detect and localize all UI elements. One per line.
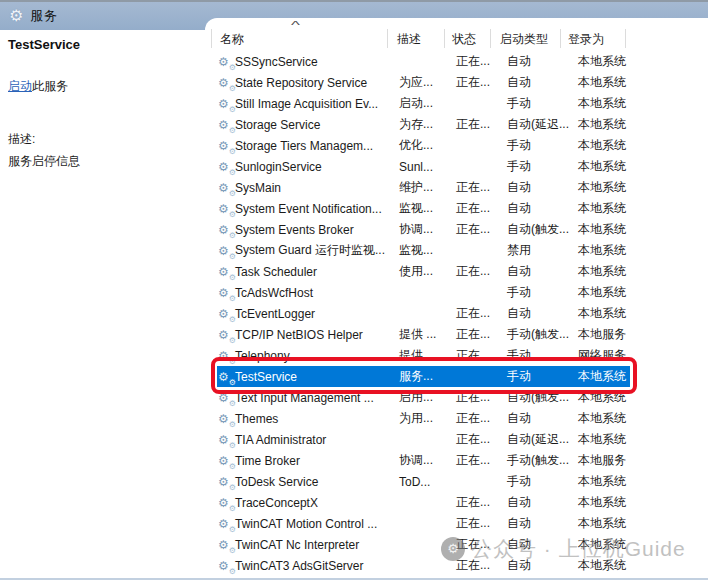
- service-logon-as: 本地系统: [575, 263, 708, 280]
- table-row[interactable]: ⚙⚙ TcEventLogger 正在... 自动 本地系统: [205, 303, 708, 324]
- table-row[interactable]: ⚙⚙ Text Input Management ... 启用... 正在...…: [205, 387, 708, 408]
- table-row[interactable]: ⚙⚙ Telephony 提供... 正在... 手动 网络服务: [205, 345, 708, 366]
- service-name: SSSyncService: [233, 55, 396, 69]
- service-logon-as: 本地服务: [575, 326, 708, 343]
- table-row[interactable]: ⚙⚙ Storage Service 为存... 正在... 自动(延迟... …: [205, 114, 708, 135]
- column-header-logon-as[interactable]: 登录为: [568, 31, 604, 48]
- service-logon-as: 本地系统: [575, 557, 708, 574]
- table-row[interactable]: ⚙⚙ System Events Broker 协调... 正在... 自动(触…: [205, 219, 708, 240]
- service-startup-type: 自动: [504, 515, 575, 532]
- table-row[interactable]: ⚙⚙ SSSyncService 正在... 自动 本地系统: [205, 51, 708, 72]
- service-description: 为用...: [396, 410, 453, 427]
- service-description: Sunl...: [396, 160, 453, 174]
- start-service-link[interactable]: 启动: [8, 79, 32, 93]
- table-row[interactable]: ⚙⚙ TestService 服务... 手动 本地系统: [205, 366, 708, 387]
- service-logon-as: 本地系统: [575, 179, 708, 196]
- table-row[interactable]: ⚙⚙ TIA Administrator 正在... 自动(延迟... 本地系统: [205, 429, 708, 450]
- service-description: 监视...: [396, 200, 453, 217]
- description-label: 描述:: [8, 131, 199, 148]
- service-logon-as: 本地系统: [575, 515, 708, 532]
- service-gear-icon: ⚙⚙: [218, 369, 233, 385]
- service-status: 正在...: [453, 326, 504, 343]
- service-startup-type: 手动(触发...: [504, 326, 575, 343]
- service-status: 正在...: [453, 536, 504, 553]
- table-row[interactable]: ⚙⚙ TraceConceptX 正在... 自动 本地系统: [205, 492, 708, 513]
- service-description: 协调...: [396, 221, 453, 238]
- service-status: 正在...: [453, 515, 504, 532]
- service-description: 为应...: [396, 74, 453, 91]
- service-logon-as: 本地系统: [575, 53, 708, 70]
- table-row[interactable]: ⚙⚙ TwinCAT3 AdsGitServer 正在... 自动 本地系统: [205, 555, 708, 576]
- table-row[interactable]: ⚙⚙ SunloginService Sunl... 手动 本地系统: [205, 156, 708, 177]
- service-gear-icon: ⚙⚙: [218, 432, 233, 448]
- table-row[interactable]: ⚙⚙ Themes 为用... 正在... 自动 本地系统: [205, 408, 708, 429]
- table-row[interactable]: ⚙⚙ SysMain 维护... 正在... 自动 本地系统: [205, 177, 708, 198]
- service-gear-icon: ⚙⚙: [218, 201, 233, 217]
- table-row[interactable]: ⚙⚙ State Repository Service 为应... 正在... …: [205, 72, 708, 93]
- service-status: 正在...: [453, 557, 504, 574]
- service-name: TIA Administrator: [233, 433, 396, 447]
- column-separator[interactable]: [387, 29, 388, 48]
- column-header-name[interactable]: 名称: [220, 31, 244, 48]
- table-row[interactable]: ⚙⚙ Storage Tiers Managem... 优化... 手动 本地系…: [205, 135, 708, 156]
- service-name: ToDesk Service: [233, 475, 396, 489]
- service-name: TraceConceptX: [233, 496, 396, 510]
- service-name: Storage Service: [233, 118, 396, 132]
- table-row[interactable]: ⚙⚙ ToDesk Service ToD... 手动 本地系统: [205, 471, 708, 492]
- table-row[interactable]: ⚙⚙ TcAdsWcfHost 手动 本地系统: [205, 282, 708, 303]
- column-separator[interactable]: [444, 29, 445, 48]
- column-header-status[interactable]: 状态: [452, 31, 476, 48]
- pane-title: 服务: [30, 7, 58, 25]
- service-startup-type: 自动: [504, 557, 575, 574]
- table-row[interactable]: ⚙⚙ Task Scheduler 使用... 正在... 自动 本地系统: [205, 261, 708, 282]
- column-header-startup-type[interactable]: 启动类型: [500, 31, 548, 48]
- service-gear-icon: ⚙⚙: [218, 348, 233, 364]
- selected-service-name: TestService: [8, 37, 199, 52]
- table-row[interactable]: ⚙⚙ Still Image Acquisition Ev... 启动... 手…: [205, 93, 708, 114]
- column-separator[interactable]: [560, 29, 561, 48]
- service-logon-as: 本地系统: [575, 473, 708, 490]
- service-startup-type: 自动(延迟...: [504, 116, 575, 133]
- table-row[interactable]: ⚙⚙ System Guard 运行时监视... 监视... 禁用 本地系统: [205, 240, 708, 261]
- service-name: TestService: [233, 370, 396, 384]
- service-status: 正在...: [453, 389, 504, 406]
- service-gear-icon: ⚙⚙: [218, 327, 233, 343]
- service-gear-icon: ⚙⚙: [218, 285, 233, 301]
- service-startup-type: 手动: [504, 284, 575, 301]
- service-startup-type: 自动: [504, 74, 575, 91]
- service-name: SunloginService: [233, 160, 396, 174]
- service-rows: ⚙⚙ SSSyncService 正在... 自动 本地系统 ⚙⚙ State …: [205, 51, 708, 576]
- column-header-description[interactable]: 描述: [397, 31, 421, 48]
- service-gear-icon: ⚙⚙: [218, 75, 233, 91]
- column-separator[interactable]: [211, 29, 212, 48]
- service-startup-type: 自动: [504, 53, 575, 70]
- table-row[interactable]: ⚙⚙ TCP/IP NetBIOS Helper 提供 ... 正在... 手动…: [205, 324, 708, 345]
- column-separator[interactable]: [625, 29, 626, 48]
- service-status: 正在...: [453, 494, 504, 511]
- column-separator[interactable]: [490, 29, 491, 48]
- table-row[interactable]: ⚙⚙ Time Broker 协调... 正在... 手动(触发... 本地服务: [205, 450, 708, 471]
- sort-ascending-icon: ^: [291, 20, 300, 31]
- service-status: 正在...: [453, 305, 504, 322]
- service-logon-as: 本地系统: [575, 389, 708, 406]
- service-logon-as: 本地系统: [575, 221, 708, 238]
- service-logon-as: 本地系统: [575, 242, 708, 259]
- service-logon-as: 本地系统: [575, 74, 708, 91]
- service-status: 正在...: [453, 200, 504, 217]
- service-startup-type: 自动: [504, 410, 575, 427]
- table-row[interactable]: ⚙⚙ TwinCAT Nc Interpreter 正在... 自动 本地系统: [205, 534, 708, 555]
- service-status: 正在...: [453, 116, 504, 133]
- start-service-suffix: 此服务: [32, 79, 68, 93]
- service-status: 正在...: [453, 221, 504, 238]
- service-name: TwinCAT Motion Control ...: [233, 517, 396, 531]
- service-startup-type: 自动(触发...: [504, 221, 575, 238]
- service-status: 正在...: [453, 347, 504, 364]
- service-startup-type: 手动: [504, 347, 575, 364]
- service-name: State Repository Service: [233, 76, 396, 90]
- service-logon-as: 本地系统: [575, 137, 708, 154]
- service-name: TcAdsWcfHost: [233, 286, 396, 300]
- table-row[interactable]: ⚙⚙ System Event Notification... 监视... 正在…: [205, 198, 708, 219]
- service-gear-icon: ⚙⚙: [218, 516, 233, 532]
- table-row[interactable]: ⚙⚙ TwinCAT Motion Control ... 正在... 自动 本…: [205, 513, 708, 534]
- service-logon-as: 网络服务: [575, 347, 708, 364]
